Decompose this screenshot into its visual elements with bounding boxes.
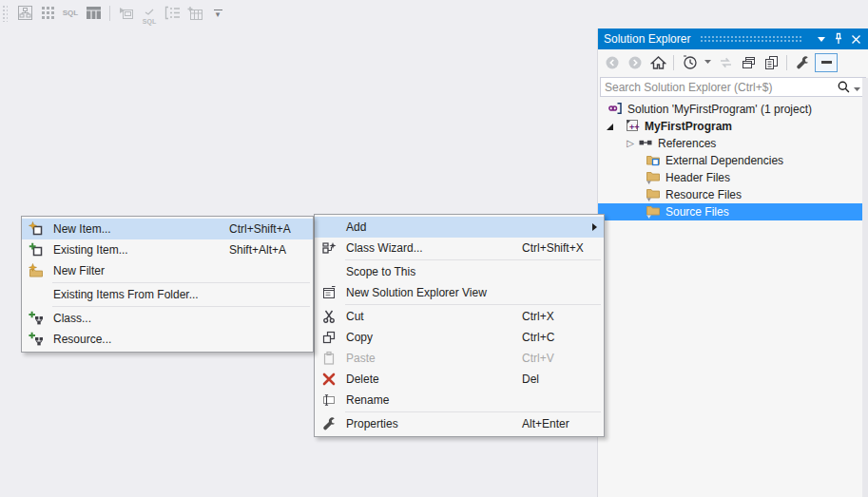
search-input[interactable] <box>601 81 835 94</box>
svg-text:++: ++ <box>629 122 640 131</box>
paste-icon <box>315 351 343 366</box>
titlebar-drag-texture <box>700 35 803 43</box>
hierarchy-icon[interactable] <box>15 4 34 23</box>
sync-icon[interactable] <box>715 53 736 72</box>
menu-item-new-item[interactable]: New Item... Ctrl+Shift+A <box>22 219 313 239</box>
new-solution-explorer-view-icon <box>315 285 343 300</box>
menu-item-paste[interactable]: Paste Ctrl+V <box>315 348 604 369</box>
menu-item-rename[interactable]: Rename <box>315 390 604 411</box>
list-brackets-icon[interactable] <box>163 4 182 23</box>
menu-item-cut[interactable]: Cut Ctrl+X <box>315 306 604 327</box>
toolbar-separator <box>673 55 674 70</box>
menu-separator <box>52 282 310 283</box>
cpp-project-icon: ++ <box>625 118 640 136</box>
menu-item-new-solution-explorer-view[interactable]: New Solution Explorer View <box>315 282 604 303</box>
collapse-all-icon[interactable] <box>738 53 759 72</box>
existing-item-icon <box>22 242 50 258</box>
delete-icon <box>315 372 343 387</box>
tree-item-references[interactable]: ▷ References <box>598 135 863 152</box>
filter-folder-icon <box>646 169 661 187</box>
tree-item-external-dependencies[interactable]: External Dependencies <box>598 152 863 169</box>
forward-icon[interactable] <box>625 53 646 72</box>
sql-check-icon[interactable]: SQL <box>140 4 159 23</box>
rename-icon <box>315 392 343 408</box>
search-icon[interactable] <box>835 80 853 94</box>
tree-item-project[interactable]: ++ MyFirstProgram <box>598 118 863 135</box>
toolbar-grip[interactable] <box>2 5 8 22</box>
back-icon[interactable] <box>602 53 623 72</box>
window-position-chevron-icon[interactable] <box>813 31 830 47</box>
search-box <box>600 77 866 97</box>
filter-folder-icon <box>646 186 661 204</box>
menu-item-add[interactable]: Add <box>315 217 604 238</box>
external-dependencies-icon <box>646 152 661 170</box>
filter-folder-icon <box>646 203 661 221</box>
filter-dropdown-icon[interactable] <box>702 53 713 72</box>
sql-icon[interactable]: SQL <box>61 4 80 23</box>
add-class-icon <box>22 311 50 326</box>
pin-icon[interactable] <box>830 31 847 47</box>
panel-title: Solution Explorer <box>604 32 690 46</box>
window-run-icon[interactable] <box>117 4 136 23</box>
menu-item-properties[interactable]: Properties Alt+Enter <box>315 413 604 434</box>
menu-item-copy[interactable]: Copy Ctrl+C <box>315 327 604 348</box>
add-resource-icon <box>22 332 50 347</box>
show-all-files-icon[interactable] <box>761 53 781 72</box>
grid-icon[interactable] <box>38 4 57 23</box>
preview-selected-items-button[interactable] <box>815 53 838 72</box>
toolbar-overflow-icon[interactable]: ▾ <box>208 4 227 23</box>
references-icon <box>638 135 653 153</box>
expanded-arrow-icon[interactable] <box>604 124 615 130</box>
submenu-arrow-icon <box>592 223 597 231</box>
menu-item-existing-item[interactable]: Existing Item... Shift+Alt+A <box>22 239 313 260</box>
menu-separator <box>345 304 601 305</box>
table-add-icon[interactable] <box>185 4 204 23</box>
properties-icon <box>315 416 343 431</box>
menu-item-delete[interactable]: Delete Del <box>315 369 604 390</box>
toolbar-separator <box>109 6 110 21</box>
menu-separator <box>52 306 310 307</box>
menu-item-existing-items-from-folder[interactable]: Existing Items From Folder... <box>22 284 313 305</box>
solution-explorer-titlebar[interactable]: Solution Explorer <box>598 29 868 49</box>
class-wizard-icon <box>315 240 343 256</box>
menu-item-scope-to-this[interactable]: Scope to This <box>315 261 604 282</box>
tree-item-resource-files[interactable]: Resource Files <box>598 186 863 203</box>
home-icon[interactable] <box>647 53 668 72</box>
pending-changes-filter-icon[interactable] <box>679 53 700 72</box>
menu-item-resource[interactable]: Resource... <box>22 329 313 350</box>
table-icon[interactable] <box>84 4 103 23</box>
collapsed-arrow-icon[interactable]: ▷ <box>625 139 636 148</box>
toolbar-separator <box>786 55 787 70</box>
solution-icon <box>608 101 623 119</box>
new-item-icon <box>22 221 50 237</box>
menu-separator <box>345 259 601 260</box>
scrollbar-track[interactable] <box>862 78 868 497</box>
tree-item-header-files[interactable]: Header Files <box>598 169 863 186</box>
properties-icon[interactable] <box>792 53 813 72</box>
solution-tree: Solution 'MyFirstProgram' (1 project) ++… <box>598 101 863 220</box>
solution-explorer-panel: Solution Explorer <box>597 29 868 497</box>
solution-explorer-toolbar <box>598 49 868 75</box>
add-submenu: New Item... Ctrl+Shift+A Existing Item..… <box>21 216 314 353</box>
menu-item-class[interactable]: Class... <box>22 308 313 329</box>
menu-item-class-wizard[interactable]: Class Wizard... Ctrl+Shift+X <box>315 238 604 258</box>
new-filter-icon <box>22 263 50 278</box>
tree-item-solution[interactable]: Solution 'MyFirstProgram' (1 project) <box>598 101 863 118</box>
cut-icon <box>315 309 343 324</box>
tree-item-source-files[interactable]: Source Files <box>598 203 863 220</box>
context-menu: Add Class Wizard... Ctrl+Shift+X Scope t… <box>314 214 605 437</box>
menu-separator <box>345 411 601 412</box>
menu-item-new-filter[interactable]: New Filter <box>22 260 313 281</box>
close-icon[interactable] <box>847 31 864 47</box>
main-toolbar: SQL SQL ▾ <box>0 0 599 26</box>
copy-icon <box>315 330 343 345</box>
